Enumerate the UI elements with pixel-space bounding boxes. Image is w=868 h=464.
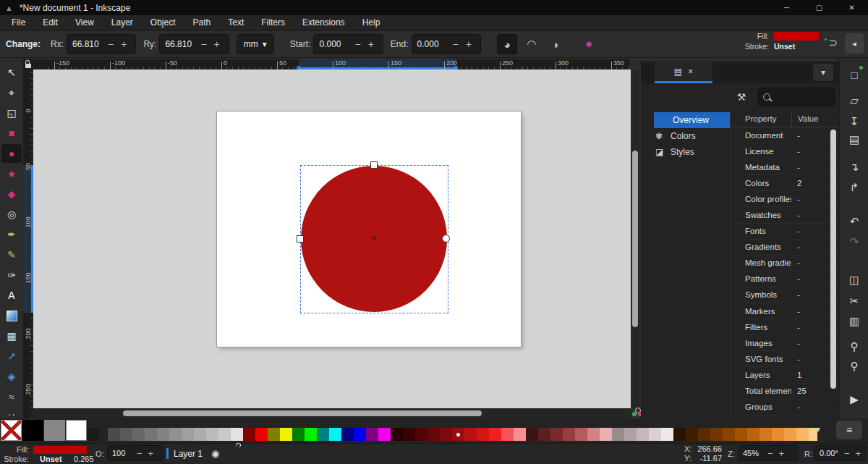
horizontal-scrollbar[interactable]: [33, 408, 631, 418]
palette-swatch[interactable]: [575, 428, 587, 441]
star-tool[interactable]: ★: [1, 164, 22, 183]
menu-filters[interactable]: Filters: [252, 15, 294, 30]
palette-swatch[interactable]: [550, 428, 563, 441]
palette-swatch[interactable]: [735, 428, 747, 441]
status-stroke-value[interactable]: Unset: [40, 455, 62, 463]
category-colors[interactable]: ✾Colors: [641, 128, 730, 144]
menu-layer[interactable]: Layer: [103, 15, 142, 30]
palette-swatch[interactable]: [354, 428, 366, 441]
ry-spinbox[interactable]: 66.810 − +: [159, 34, 229, 54]
horizontal-scrollbar-thumb[interactable]: [123, 410, 482, 416]
unit-dropdown[interactable]: mm ▾: [237, 34, 274, 54]
end-value[interactable]: 0.000: [417, 39, 449, 49]
menu-extensions[interactable]: Extensions: [294, 15, 354, 30]
expand-panel-button[interactable]: ▶: [845, 390, 864, 409]
palette-swatch[interactable]: [440, 428, 452, 441]
palette-swatch[interactable]: [464, 428, 477, 441]
palette-swatch[interactable]: [366, 428, 378, 441]
gradient-tool[interactable]: [1, 306, 22, 325]
palette-swatch[interactable]: [218, 428, 231, 441]
palette-swatch[interactable]: [489, 428, 501, 441]
rx-increase-button[interactable]: +: [117, 38, 130, 50]
arc-handle-right[interactable]: [442, 235, 450, 242]
palette-swatch[interactable]: [305, 428, 317, 441]
ruler-corner-lock[interactable]: [23, 59, 33, 69]
palette-swatch[interactable]: [231, 428, 243, 441]
palette-swatch[interactable]: [329, 428, 341, 441]
selector-tool[interactable]: ↖: [1, 63, 22, 82]
ellipse-tool[interactable]: ●: [1, 144, 22, 163]
make-whole-button[interactable]: ●: [585, 37, 592, 51]
redo-button[interactable]: ↷: [845, 232, 864, 251]
palette-swatch[interactable]: [341, 428, 354, 441]
menu-file[interactable]: File: [3, 15, 34, 30]
rx-value[interactable]: 66.810: [72, 39, 104, 49]
palette-swatch[interactable]: [145, 428, 157, 441]
end-spinbox[interactable]: 0.000 − +: [412, 34, 481, 54]
calligraphy-tool[interactable]: ✑: [1, 266, 22, 284]
close-tab-icon[interactable]: ×: [688, 67, 693, 77]
palette-swatch[interactable]: [723, 428, 735, 441]
palette-scroll-icon[interactable]: ▾: [816, 424, 820, 434]
palette-swatch[interactable]: [194, 428, 206, 441]
box-3d-tool[interactable]: ◆: [1, 185, 22, 203]
palette-swatch[interactable]: [292, 428, 305, 441]
white-swatch[interactable]: [66, 420, 87, 441]
palette-swatch[interactable]: [526, 428, 538, 441]
palette-swatch[interactable]: [637, 428, 649, 441]
fill-stroke-indicator[interactable]: Fill: Stroke: Unset: [745, 32, 819, 51]
zoom-decrease-button[interactable]: −: [765, 448, 776, 459]
start-spinbox[interactable]: 0.000 − +: [313, 34, 383, 54]
palette-swatch[interactable]: [280, 428, 292, 441]
close-button[interactable]: ✕: [835, 0, 868, 15]
palette-swatch[interactable]: [587, 428, 600, 441]
palette-swatch[interactable]: [243, 428, 255, 441]
palette-swatch[interactable]: [391, 428, 403, 441]
palette-swatch[interactable]: [132, 428, 145, 441]
palette-swatch[interactable]: [157, 428, 169, 441]
rx-decrease-button[interactable]: −: [104, 38, 117, 50]
menu-help[interactable]: Help: [354, 15, 389, 30]
stroke-value[interactable]: Unset: [774, 42, 819, 51]
fill-swatch[interactable]: [774, 32, 819, 41]
palette-swatch[interactable]: [760, 428, 772, 441]
menu-path[interactable]: Path: [184, 15, 220, 30]
search-input[interactable]: [774, 92, 827, 102]
palette-swatch[interactable]: [206, 428, 218, 441]
ry-handle-top[interactable]: [370, 161, 378, 169]
palette-swatch[interactable]: [169, 428, 182, 441]
palette-swatch[interactable]: [710, 428, 723, 441]
rectangle-tool[interactable]: ■: [1, 124, 22, 143]
table-scrollbar-thumb[interactable]: [830, 130, 836, 389]
minimize-button[interactable]: ─: [770, 0, 803, 15]
layer-visibility-eye-icon[interactable]: ◉: [211, 448, 219, 459]
vertical-scrollbar[interactable]: [631, 69, 639, 408]
restore-button[interactable]: ▢: [803, 0, 835, 15]
canvas[interactable]: ✕: [33, 69, 631, 408]
snap-controls-icon[interactable]: ⊃: [828, 36, 838, 49]
duplicate-button[interactable]: ◫: [845, 271, 864, 290]
palette-swatch[interactable]: [501, 428, 514, 441]
palette-swatch[interactable]: [649, 428, 661, 441]
shape-builder-tool[interactable]: ◱: [1, 104, 22, 122]
clean-up-document-button[interactable]: ⚒: [732, 88, 751, 106]
start-value[interactable]: 0.000: [319, 39, 351, 49]
palette-swatch[interactable]: [477, 428, 489, 441]
palette-swatch[interactable]: [108, 428, 120, 441]
no-color-swatch[interactable]: [1, 420, 22, 441]
palette-swatch[interactable]: [415, 428, 427, 441]
rotation-value[interactable]: 0.00°: [820, 449, 841, 457]
collapse-snapbar-button[interactable]: ◂: [845, 33, 864, 54]
palette-swatch[interactable]: [612, 428, 624, 441]
horizontal-ruler[interactable]: -150-100-50050100150200250300350: [33, 59, 629, 69]
palette-menu-button[interactable]: ≡: [836, 421, 862, 439]
arc-mode-button[interactable]: ◠: [522, 34, 542, 54]
pen-tool[interactable]: ✒: [1, 225, 22, 244]
rotation-increase-button[interactable]: +: [853, 448, 864, 459]
dropper-tool[interactable]: ⊸: [1, 347, 22, 366]
opacity-decrease-button[interactable]: −: [134, 448, 145, 459]
palette-swatch[interactable]: [698, 428, 710, 441]
category-overview[interactable]: Overview: [654, 112, 730, 128]
palette-swatch[interactable]: [686, 428, 698, 441]
open-document-button[interactable]: ▱: [845, 91, 864, 110]
